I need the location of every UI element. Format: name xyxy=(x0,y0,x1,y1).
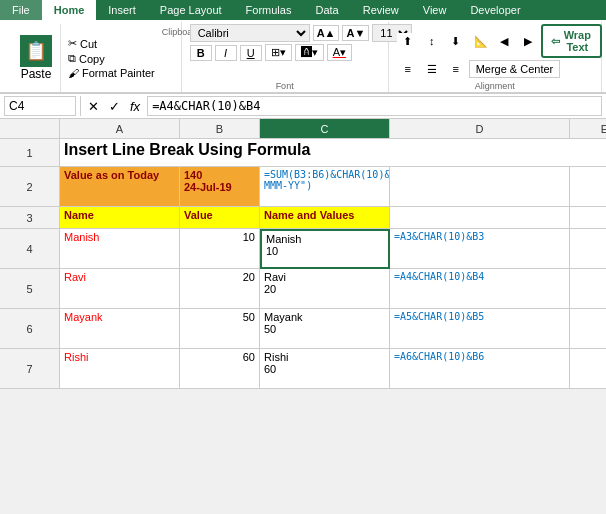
align-row-2: ≡ ☰ ≡ Merge & Center xyxy=(397,60,602,78)
cell-e5[interactable] xyxy=(570,269,606,309)
cell-b5[interactable]: 20 xyxy=(180,269,260,309)
formula-input[interactable] xyxy=(147,96,602,116)
merge-center-button[interactable]: Merge & Center xyxy=(469,60,561,78)
cell-a7[interactable]: Rishi xyxy=(60,349,180,389)
italic-button[interactable]: I xyxy=(215,45,237,61)
tab-insert[interactable]: Insert xyxy=(96,0,148,20)
align-right-button[interactable]: ≡ xyxy=(445,61,467,77)
tab-review[interactable]: Review xyxy=(351,0,411,20)
paste-label: Paste xyxy=(21,67,52,81)
align-center-button[interactable]: ☰ xyxy=(421,61,443,78)
formula-divider xyxy=(80,96,81,116)
cell-e6[interactable] xyxy=(570,309,606,349)
cell-c2[interactable]: =SUM(B3:B6)&CHAR(10)&TEXT(TODAY(),"dd-MM… xyxy=(260,167,390,207)
cell-d2[interactable] xyxy=(390,167,570,207)
cell-c3[interactable]: Name and Values xyxy=(260,207,390,229)
formula-function-button[interactable]: fx xyxy=(127,99,143,114)
cell-b2[interactable]: 140 24-Jul-19 xyxy=(180,167,260,207)
cell-a6[interactable]: Mayank xyxy=(60,309,180,349)
table-row: 2 Value as on Today 140 24-Jul-19 =SUM(B… xyxy=(0,167,606,207)
col-header-e[interactable]: E xyxy=(570,119,606,139)
cell-b6[interactable]: 50 xyxy=(180,309,260,349)
col-header-b[interactable]: B xyxy=(180,119,260,139)
align-middle-button[interactable]: ↕ xyxy=(421,33,443,49)
row-header-2[interactable]: 2 xyxy=(0,167,60,207)
row-header-1[interactable]: 1 xyxy=(0,139,60,167)
cell-d3[interactable] xyxy=(390,207,570,229)
orient-button[interactable]: 📐 xyxy=(469,33,491,50)
name-box[interactable] xyxy=(4,96,76,116)
cell-e4[interactable] xyxy=(570,229,606,269)
wrap-text-button[interactable]: ⇦ Wrap Text xyxy=(541,24,602,58)
row-header-4[interactable]: 4 xyxy=(0,229,60,269)
cell-d5[interactable]: =A4&CHAR(10)&B4 xyxy=(390,269,570,309)
cell-b4[interactable]: 10 xyxy=(180,229,260,269)
tab-data[interactable]: Data xyxy=(303,0,350,20)
cell-a5[interactable]: Ravi xyxy=(60,269,180,309)
cell-d7[interactable]: =A6&CHAR(10)&B6 xyxy=(390,349,570,389)
cell-a4[interactable]: Manish xyxy=(60,229,180,269)
col-header-d[interactable]: D xyxy=(390,119,570,139)
paste-button[interactable]: 📋 Paste xyxy=(12,24,61,92)
tab-developer[interactable]: Developer xyxy=(458,0,532,20)
cell-e7[interactable] xyxy=(570,349,606,389)
copy-icon: ⧉ xyxy=(68,52,76,65)
tab-page-layout[interactable]: Page Layout xyxy=(148,0,234,20)
ribbon: File Home Insert Page Layout Formulas Da… xyxy=(0,0,606,94)
cell-a1[interactable]: Insert Line Break Using Formula xyxy=(60,139,606,167)
align-left-button[interactable]: ≡ xyxy=(397,61,419,77)
cell-e2[interactable] xyxy=(570,167,606,207)
underline-button[interactable]: U xyxy=(240,45,262,61)
cell-c5[interactable]: Ravi 20 xyxy=(260,269,390,309)
formula-confirm-button[interactable]: ✓ xyxy=(106,99,123,114)
formula-cancel-button[interactable]: ✕ xyxy=(85,99,102,114)
cell-c7[interactable]: Rishi 60 xyxy=(260,349,390,389)
format-painter-button[interactable]: 🖌 Format Painter xyxy=(65,66,158,80)
align-bottom-button[interactable]: ⬇ xyxy=(445,33,467,50)
table-row: 5 Ravi 20 Ravi 20 =A4&CHAR(10)&B4 xyxy=(0,269,606,309)
clipboard-group: 📋 Paste ✂ Cut ⧉ Copy 🖌 Format Painter Cl xyxy=(4,22,182,92)
copy-button[interactable]: ⧉ Copy xyxy=(65,51,158,66)
row-header-7[interactable]: 7 xyxy=(0,349,60,389)
cell-e3[interactable] xyxy=(570,207,606,229)
font-row-1: Calibri A▲ A▼ 11 xyxy=(190,24,413,42)
col-header-c[interactable]: C xyxy=(260,119,390,139)
cell-a2[interactable]: Value as on Today xyxy=(60,167,180,207)
row-header-3[interactable]: 3 xyxy=(0,207,60,229)
paste-icon: 📋 xyxy=(20,35,52,67)
table-row: 3 Name Value Name and Values xyxy=(0,207,606,229)
border-button[interactable]: ⊞▾ xyxy=(265,44,292,61)
row-header-5[interactable]: 5 xyxy=(0,269,60,309)
font-name-select[interactable]: Calibri xyxy=(190,24,310,42)
tab-file[interactable]: File xyxy=(0,0,42,20)
font-size-increase[interactable]: A▲ xyxy=(313,25,340,41)
col-header-a[interactable]: A xyxy=(60,119,180,139)
cut-icon: ✂ xyxy=(68,37,77,50)
fill-color-button[interactable]: 🅰▾ xyxy=(295,44,324,61)
cell-c6[interactable]: Mayank 50 xyxy=(260,309,390,349)
cell-c4[interactable]: Manish 10 xyxy=(260,229,390,269)
align-row-1: ⬆ ↕ ⬇ 📐 ◀ ▶ ⇦ Wrap Text xyxy=(397,24,602,58)
indent-increase-button[interactable]: ▶ xyxy=(517,33,539,50)
font-color-button[interactable]: A▾ xyxy=(327,44,352,61)
formula-bar: ✕ ✓ fx xyxy=(0,94,606,119)
column-headers: A B C D E F G xyxy=(0,119,606,139)
format-painter-icon: 🖌 xyxy=(68,67,79,79)
cell-b3[interactable]: Value xyxy=(180,207,260,229)
indent-decrease-button[interactable]: ◀ xyxy=(493,33,515,50)
row-header-6[interactable]: 6 xyxy=(0,309,60,349)
table-row: 7 Rishi 60 Rishi 60 =A6&CHAR(10)&B6 xyxy=(0,349,606,389)
bold-button[interactable]: B xyxy=(190,45,212,61)
table-row: 4 Manish 10 Manish 10 =A3&CHAR(10)&B3 xyxy=(0,229,606,269)
cell-d6[interactable]: =A5&CHAR(10)&B5 xyxy=(390,309,570,349)
font-size-decrease[interactable]: A▼ xyxy=(342,25,369,41)
tab-view[interactable]: View xyxy=(411,0,459,20)
tab-home[interactable]: Home xyxy=(42,0,97,20)
cut-button[interactable]: ✂ Cut xyxy=(65,36,158,51)
cell-b7[interactable]: 60 xyxy=(180,349,260,389)
align-top-button[interactable]: ⬆ xyxy=(397,33,419,50)
cell-d4[interactable]: =A3&CHAR(10)&B3 xyxy=(390,229,570,269)
tab-formulas[interactable]: Formulas xyxy=(234,0,304,20)
cell-a3[interactable]: Name xyxy=(60,207,180,229)
font-group: Calibri A▲ A▼ 11 B I U ⊞▾ 🅰▾ A▾ xyxy=(182,22,389,92)
